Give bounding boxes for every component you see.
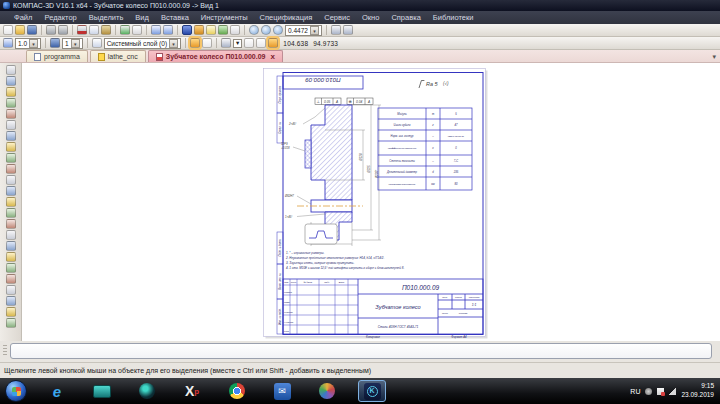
tab-programma[interactable]: programma	[26, 50, 88, 62]
tool-table-icon[interactable]	[6, 186, 16, 196]
tray-volume-icon[interactable]	[645, 388, 652, 395]
current-layer-combo[interactable]: Системный слой (0) ▾	[104, 38, 181, 49]
tool-angular-dim-icon[interactable]	[6, 274, 16, 284]
tool-editing-icon[interactable]	[6, 109, 16, 119]
tool-text-icon[interactable]	[6, 175, 16, 185]
preview-mode-button[interactable]	[182, 25, 192, 35]
print-preview-button[interactable]	[58, 25, 68, 35]
paste-button[interactable]	[101, 25, 111, 35]
copy-properties-button[interactable]	[120, 25, 130, 35]
open-document-button[interactable]	[15, 25, 25, 35]
menu-specification[interactable]: Спецификация	[254, 11, 319, 24]
tool-datum-icon[interactable]	[6, 296, 16, 306]
menu-help[interactable]: Справка	[385, 11, 426, 24]
show-all-button[interactable]	[331, 25, 341, 35]
variables-button[interactable]	[194, 25, 204, 35]
tool-circle-icon[interactable]	[6, 208, 16, 218]
taskbar-internet-explorer[interactable]: e	[43, 380, 71, 402]
refresh-view-button[interactable]	[343, 25, 353, 35]
tool-specification-icon[interactable]	[6, 142, 16, 152]
tool-axis-icon[interactable]	[6, 318, 16, 328]
taskbar-media-app[interactable]	[133, 380, 161, 402]
taskbar-mail[interactable]: ✉	[268, 380, 296, 402]
zoom-out-icon[interactable]	[261, 25, 271, 35]
tab-overflow-icon[interactable]: ▾	[712, 53, 716, 61]
taskbar-file-explorer[interactable]	[88, 380, 116, 402]
print-button[interactable]	[46, 25, 56, 35]
property-bar[interactable]	[10, 343, 712, 359]
redo-button[interactable]	[163, 25, 173, 35]
menu-service[interactable]: Сервис	[318, 11, 356, 24]
current-view-combo[interactable]: 1 ▾	[62, 38, 83, 49]
tool-measure-icon[interactable]	[6, 131, 16, 141]
undo-button[interactable]	[151, 25, 161, 35]
layers-icon[interactable]	[92, 38, 102, 48]
language-indicator[interactable]: RU	[630, 388, 640, 395]
ortho-mode-button[interactable]	[256, 38, 266, 48]
cut-button[interactable]	[77, 25, 87, 35]
zoom-scale-combo[interactable]: 0.4472 ▾	[285, 25, 322, 36]
chevron-down-icon[interactable]: ▾	[29, 39, 38, 48]
menu-insert[interactable]: Вставка	[155, 11, 195, 24]
menu-tools[interactable]: Инструменты	[195, 11, 254, 24]
taskbar-clock[interactable]: 9:15 23.09.2019	[681, 382, 714, 400]
menu-editor[interactable]: Редактор	[38, 11, 82, 24]
context-help-button[interactable]	[230, 25, 240, 35]
chevron-down-icon[interactable]: ▾	[71, 39, 80, 48]
tool-geometry-icon[interactable]	[6, 76, 16, 86]
document-scale-combo[interactable]: 1.0 ▾	[15, 38, 41, 49]
tab-lathe-cnc[interactable]: lathe_cnc	[90, 50, 146, 62]
network-icon[interactable]	[669, 388, 676, 395]
title-bar[interactable]: КОМПАС-3D V16.1 x64 - Зубчатое колесо П0…	[0, 0, 720, 11]
snaps-button[interactable]	[268, 38, 278, 48]
margin-label: Справ. №	[278, 122, 282, 134]
window-title: КОМПАС-3D V16.1 x64 - Зубчатое колесо П0…	[13, 2, 219, 9]
links-button[interactable]	[218, 25, 228, 35]
tool-rectangle-icon[interactable]	[6, 241, 16, 251]
chevron-down-icon[interactable]: ▾	[169, 39, 178, 48]
tool-reports-icon[interactable]	[6, 153, 16, 163]
tool-parameterization-icon[interactable]	[6, 120, 16, 130]
tool-dimensions-icon[interactable]	[6, 87, 16, 97]
tool-linear-dim-icon[interactable]	[6, 263, 16, 273]
menu-view[interactable]: Вид	[129, 11, 155, 24]
tool-line-icon[interactable]	[6, 197, 16, 207]
copy-button[interactable]	[89, 25, 99, 35]
start-button[interactable]	[5, 380, 27, 402]
save-button[interactable]	[27, 25, 37, 35]
grid-button[interactable]	[221, 38, 231, 48]
action-center-icon[interactable]	[657, 388, 664, 395]
menu-select[interactable]: Выделить	[83, 11, 130, 24]
taskbar-kompas3d[interactable]: K	[358, 380, 386, 402]
tool-select-icon[interactable]	[6, 65, 16, 75]
properties-button[interactable]	[132, 25, 142, 35]
chevron-down-icon[interactable]: ▾	[310, 26, 319, 35]
fx-button[interactable]	[206, 25, 216, 35]
tb-header-cell: Подп.	[324, 281, 330, 283]
property-bar-grip[interactable]	[3, 345, 7, 357]
angle-snap-button[interactable]	[202, 38, 212, 48]
tool-hatch-icon[interactable]	[6, 252, 16, 262]
taskbar-chrome[interactable]	[223, 380, 251, 402]
close-tab-icon[interactable]: x	[270, 52, 274, 61]
menu-libraries[interactable]: Библиотеки	[427, 11, 480, 24]
new-document-button[interactable]	[3, 25, 13, 35]
tab-gear-drawing[interactable]: Зубчатое колесо П010.000.09 x	[148, 50, 283, 62]
menu-window[interactable]: Окно	[356, 11, 385, 24]
tool-designations-icon[interactable]	[6, 98, 16, 108]
zoom-in-icon[interactable]	[249, 25, 259, 35]
local-csys-button[interactable]	[244, 38, 254, 48]
tool-arc-icon[interactable]	[6, 219, 16, 229]
menu-file[interactable]: Файл	[8, 11, 38, 24]
taskbar-paint-app[interactable]	[313, 380, 341, 402]
drawing-sheet[interactable]: Перв. примен. Справ. № Подп. и дата Взам…	[263, 68, 488, 339]
zoom-area-icon[interactable]	[273, 25, 283, 35]
taskbar-xp-app[interactable]: Xp	[178, 380, 206, 402]
tool-insert-icon[interactable]	[6, 164, 16, 174]
tool-spline-icon[interactable]	[6, 230, 16, 240]
grid-dropdown[interactable]: ▾	[233, 39, 242, 48]
drawing-canvas[interactable]: Перв. примен. Справ. № Подп. и дата Взам…	[22, 63, 720, 341]
tool-leader-icon[interactable]	[6, 307, 16, 317]
current-style-button[interactable]	[190, 38, 200, 48]
tool-roughness-icon[interactable]	[6, 285, 16, 295]
